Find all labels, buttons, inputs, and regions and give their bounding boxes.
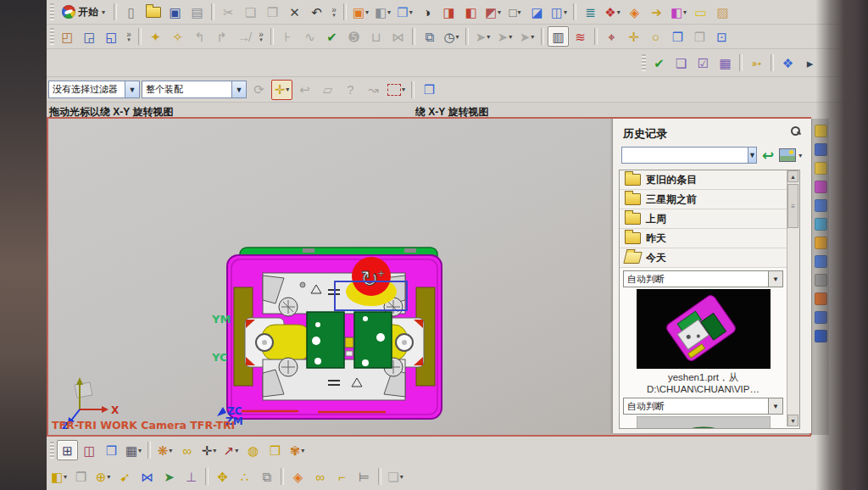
scroll-up-button[interactable]: ▲ bbox=[787, 170, 798, 182]
grid-part-table-button[interactable]: ▦ bbox=[715, 53, 736, 73]
hatched-panel-button[interactable]: ▨ bbox=[712, 2, 733, 22]
rectangle-select-button[interactable]: ▾ bbox=[386, 80, 407, 100]
resource-tab-icon[interactable] bbox=[815, 162, 827, 175]
undo-view-button[interactable]: ↩ bbox=[294, 80, 315, 100]
sequence-file-button[interactable]: ➎ bbox=[343, 26, 364, 47]
undo-button[interactable]: ↶ bbox=[306, 2, 327, 22]
model-assembly[interactable]: ↻ + bbox=[227, 248, 442, 419]
history-thumbnail-2[interactable] bbox=[637, 416, 771, 429]
mirror-assembly-button[interactable]: ⋈ bbox=[136, 466, 158, 487]
resource-tab-icon[interactable] bbox=[815, 255, 827, 268]
resource-tab-icon[interactable] bbox=[815, 143, 827, 156]
part-sheet-button[interactable]: ❏ bbox=[670, 53, 692, 73]
history-entry-combo-1[interactable]: 自动判断 ▼ bbox=[623, 270, 783, 287]
resource-tab-icon[interactable] bbox=[815, 218, 827, 231]
part-checklist-button[interactable]: ☑ bbox=[693, 53, 714, 73]
export-play-button[interactable]: ▸ bbox=[799, 53, 821, 73]
search-input[interactable] bbox=[622, 148, 748, 163]
select-box-hand-button[interactable]: ❒ bbox=[667, 26, 688, 47]
print-button[interactable]: ▤ bbox=[186, 2, 208, 22]
yellow-panel-button[interactable]: ▭ bbox=[690, 2, 711, 22]
history-search-combo[interactable]: ▼ bbox=[621, 147, 757, 164]
open-file-button[interactable] bbox=[142, 2, 164, 22]
chevron-down-icon[interactable]: ▼ bbox=[768, 398, 782, 414]
new-parent-button[interactable]: ❏▾ bbox=[385, 466, 406, 487]
key-cube-button[interactable]: ✥ bbox=[212, 466, 233, 487]
vise-tool-button[interactable]: ⊔ bbox=[365, 26, 387, 47]
assembly-navigator-cube-button[interactable]: ◱ bbox=[101, 26, 122, 47]
spray-tool-2-button[interactable]: ➤▾ bbox=[494, 26, 515, 47]
wireframe-view-button[interactable]: ◩▾ bbox=[482, 2, 504, 22]
flag-note-button[interactable]: ➳ bbox=[746, 53, 767, 73]
preview-mode-button[interactable]: ▾ bbox=[779, 148, 802, 162]
chain-squares-button[interactable]: ⧉ bbox=[256, 466, 277, 487]
link-rings-button[interactable]: ∞ bbox=[309, 466, 331, 487]
history-clock-button[interactable]: ◷▾ bbox=[441, 26, 462, 47]
snap-cube-button[interactable]: ❒ bbox=[264, 440, 286, 460]
history-folder-item[interactable]: 三星期之前 bbox=[620, 190, 787, 209]
roller-tool-button[interactable]: ⌐ bbox=[331, 466, 353, 487]
history-scrollbar[interactable]: ▲ ≡ ▼ bbox=[787, 170, 799, 426]
toolbar-more-button[interactable]: › bbox=[845, 26, 866, 47]
assembly-arrangements-button[interactable]: ◰ bbox=[57, 26, 78, 47]
assembly-toolbar-overflow-button[interactable]: »▾ bbox=[123, 27, 135, 46]
exploded-views-button[interactable]: ◲ bbox=[79, 26, 100, 47]
pin-icon[interactable] bbox=[790, 125, 800, 136]
standard-toolbar-overflow-button[interactable]: »▾ bbox=[328, 3, 340, 21]
show-part-hand-button[interactable]: ⊡ bbox=[711, 26, 732, 47]
gray-cubes-button[interactable]: ❐ bbox=[70, 466, 92, 487]
history-entry-combo-2[interactable]: 自动判断 ▼ bbox=[623, 398, 783, 415]
save-button[interactable]: ▣ bbox=[164, 2, 186, 22]
toolbar-grip[interactable] bbox=[50, 3, 54, 20]
resource-tab-icon[interactable] bbox=[815, 199, 827, 212]
selection-filter-combo[interactable]: 没有选择过滤器 ▼ bbox=[48, 81, 140, 98]
wave-toolbar-overflow-button[interactable]: »▾ bbox=[255, 27, 267, 46]
object-tree-button[interactable]: ⊞ bbox=[57, 440, 78, 460]
selection-scope-combo[interactable]: 整个装配 ▼ bbox=[142, 81, 247, 98]
interpart-copy-button[interactable]: ↰ bbox=[189, 26, 210, 47]
arrange-view-button[interactable]: ➔ bbox=[646, 2, 667, 22]
toolbar-grip[interactable] bbox=[50, 442, 54, 459]
curve-snake-button[interactable]: ↝ bbox=[363, 80, 384, 100]
resource-tab-icon[interactable] bbox=[815, 311, 827, 324]
history-folder-item[interactable]: 今天 bbox=[620, 248, 787, 268]
isometric-view-button[interactable]: ❒▾ bbox=[394, 2, 415, 22]
clip-work-section-button[interactable]: ◫▾ bbox=[548, 2, 570, 22]
scroll-down-button[interactable]: ▼ bbox=[787, 415, 798, 426]
snap-rings-button[interactable]: ∞ bbox=[176, 440, 198, 460]
assembly-constraint-button[interactable]: ⊥ bbox=[181, 466, 202, 487]
colored-cube-view-button[interactable]: ◧▾ bbox=[668, 2, 689, 22]
verify-check-button[interactable]: ✔ bbox=[648, 53, 670, 73]
history-folder-item[interactable]: 昨天 bbox=[620, 229, 787, 248]
interpart-delete-button[interactable]: ↛ bbox=[233, 26, 254, 47]
start-menu-button[interactable]: 开始 ▾ bbox=[57, 2, 110, 22]
chevron-down-icon[interactable]: ▼ bbox=[231, 81, 246, 97]
fit-window-button[interactable]: ▣▾ bbox=[350, 2, 371, 22]
erase-box-button[interactable]: ▱ bbox=[317, 80, 338, 100]
sequence-play-button[interactable]: ◈ bbox=[287, 466, 309, 487]
sequence-curve-button[interactable]: ∿ bbox=[299, 26, 320, 47]
snap-balls-button[interactable]: ✾▾ bbox=[287, 440, 308, 460]
delete-button[interactable]: ✕ bbox=[284, 2, 305, 22]
grid-components-button[interactable]: ▦▾ bbox=[123, 440, 144, 460]
add-component-button[interactable]: ⊕▾ bbox=[92, 466, 114, 487]
cut-button[interactable]: ✂ bbox=[218, 2, 239, 22]
component-cube-arrow-button[interactable]: ❒ bbox=[101, 440, 122, 460]
constraint-parts-button[interactable]: ◫ bbox=[79, 440, 100, 460]
snap-point-active-button[interactable]: ✛▾ bbox=[271, 80, 292, 100]
refresh-arrow-icon[interactable]: ↩ bbox=[762, 148, 774, 163]
snap-enable-button[interactable]: ❋▾ bbox=[154, 440, 175, 460]
gray-part-button[interactable]: ❒ bbox=[689, 26, 710, 47]
wave-link-1-button[interactable]: ✦ bbox=[145, 26, 166, 47]
resource-tab-icon[interactable] bbox=[815, 125, 827, 137]
rotate-pair-button[interactable]: ⟳ bbox=[248, 80, 270, 100]
snap-plus-button[interactable]: ✛▾ bbox=[198, 440, 220, 460]
red-pipe-button[interactable]: ≋ bbox=[570, 26, 591, 47]
interpart-paste-button[interactable]: ↱ bbox=[211, 26, 232, 47]
move-component-button[interactable]: ➤ bbox=[159, 466, 180, 487]
blank-view-button[interactable]: □▾ bbox=[504, 2, 526, 22]
resource-tab-icon[interactable] bbox=[815, 181, 827, 193]
add-by-hand-button[interactable]: ✛ bbox=[623, 26, 644, 47]
display-mode-button[interactable]: ◧▾ bbox=[372, 2, 393, 22]
book-lamp-button[interactable]: ❖ bbox=[777, 53, 798, 73]
